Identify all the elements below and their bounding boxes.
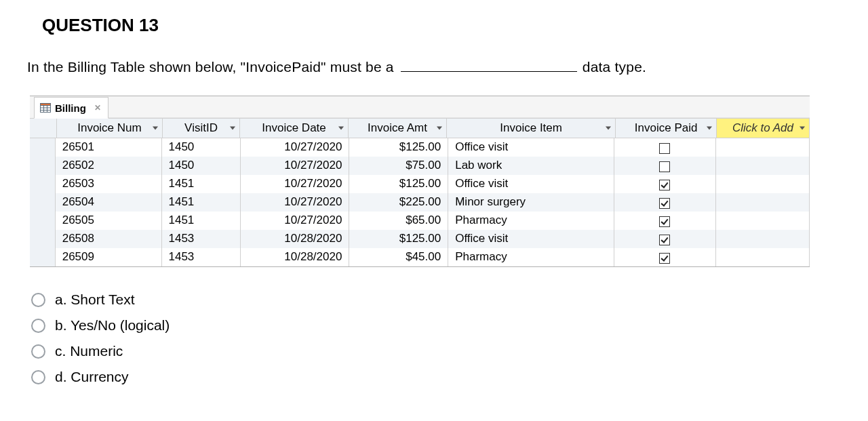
checkbox-icon[interactable]: [659, 180, 670, 191]
table-row[interactable]: 26503145110/27/2020$125.00Office visit: [30, 175, 810, 193]
col-header-invoice-paid[interactable]: Invoice Paid: [616, 119, 717, 138]
col-header-invoice-amt[interactable]: Invoice Amt: [349, 119, 447, 138]
cell-visit-id[interactable]: 1451: [162, 175, 241, 193]
table-row[interactable]: 26505145110/27/2020$65.00Pharmacy: [30, 212, 810, 230]
option-a[interactable]: a. Short Text: [31, 292, 841, 308]
chevron-down-icon[interactable]: [707, 127, 712, 130]
cell-visit-id[interactable]: 1453: [162, 230, 241, 248]
cell-invoice-amt[interactable]: $125.00: [349, 230, 448, 248]
cell-invoice-item[interactable]: Minor surgery: [448, 193, 614, 212]
col-header-invoice-num[interactable]: Invoice Num: [57, 119, 163, 138]
radio-icon[interactable]: [31, 344, 45, 359]
chevron-down-icon[interactable]: [800, 127, 805, 130]
fill-in-blank: [401, 59, 577, 72]
checkbox-icon[interactable]: [659, 161, 670, 172]
radio-icon[interactable]: [31, 293, 45, 307]
chevron-down-icon[interactable]: [437, 127, 442, 130]
col-header-invoice-item[interactable]: Invoice Item: [447, 119, 616, 138]
cell-invoice-num[interactable]: 26502: [56, 157, 162, 175]
row-selector[interactable]: [30, 175, 56, 193]
cell-invoice-num[interactable]: 26505: [56, 212, 162, 230]
col-label: Invoice Num: [77, 121, 141, 135]
cell-invoice-item[interactable]: Pharmacy: [448, 212, 614, 230]
cell-invoice-item[interactable]: Office visit: [448, 175, 614, 193]
row-selector[interactable]: [30, 212, 56, 230]
checkbox-icon[interactable]: [659, 143, 670, 154]
row-selector[interactable]: [30, 138, 56, 157]
cell-invoice-num[interactable]: 26504: [56, 193, 162, 212]
cell-visit-id[interactable]: 1450: [162, 138, 241, 157]
cell-invoice-date[interactable]: 10/28/2020: [241, 230, 349, 248]
option-d[interactable]: d. Currency: [31, 369, 841, 385]
chevron-down-icon[interactable]: [230, 127, 235, 130]
cell-invoice-paid[interactable]: [614, 193, 715, 212]
option-b[interactable]: b. Yes/No (logical): [31, 317, 841, 334]
cell-invoice-amt[interactable]: $45.00: [349, 248, 448, 266]
cell-invoice-paid[interactable]: [614, 230, 715, 248]
close-icon[interactable]: ✕: [94, 103, 101, 113]
cell-invoice-date[interactable]: 10/27/2020: [241, 212, 349, 230]
cell-add-col[interactable]: [716, 248, 810, 266]
cell-invoice-date[interactable]: 10/28/2020: [241, 248, 349, 266]
cell-invoice-date[interactable]: 10/27/2020: [241, 175, 349, 193]
cell-invoice-num[interactable]: 26509: [56, 248, 162, 266]
cell-invoice-num[interactable]: 26503: [56, 175, 162, 193]
cell-visit-id[interactable]: 1451: [162, 193, 241, 212]
cell-invoice-item[interactable]: Office visit: [448, 138, 614, 157]
cell-add-col[interactable]: [716, 157, 810, 175]
cell-add-col[interactable]: [716, 138, 810, 157]
table-row[interactable]: 26502145010/27/2020$75.00Lab work: [30, 157, 810, 175]
checkbox-icon[interactable]: [659, 216, 670, 227]
option-c[interactable]: c. Numeric: [31, 343, 841, 359]
cell-add-col[interactable]: [716, 212, 810, 230]
cell-invoice-amt[interactable]: $125.00: [349, 175, 448, 193]
col-header-invoice-date[interactable]: Invoice Date: [240, 119, 349, 138]
cell-visit-id[interactable]: 1450: [162, 157, 241, 175]
checkbox-icon[interactable]: [659, 235, 670, 245]
row-selector[interactable]: [30, 193, 56, 212]
table-row[interactable]: 26508145310/28/2020$125.00Office visit: [30, 230, 810, 248]
cell-invoice-date[interactable]: 10/27/2020: [241, 157, 349, 175]
cell-add-col[interactable]: [716, 193, 810, 212]
col-label: VisitID: [184, 121, 218, 135]
cell-invoice-item[interactable]: Office visit: [448, 230, 614, 248]
chevron-down-icon[interactable]: [606, 127, 611, 130]
cell-invoice-amt[interactable]: $65.00: [349, 212, 448, 230]
cell-add-col[interactable]: [716, 230, 810, 248]
cell-invoice-num[interactable]: 26501: [56, 138, 162, 157]
row-selector[interactable]: [30, 248, 56, 266]
cell-invoice-paid[interactable]: [614, 157, 715, 175]
row-selector[interactable]: [30, 230, 56, 248]
cell-invoice-date[interactable]: 10/27/2020: [241, 193, 349, 212]
radio-icon[interactable]: [31, 319, 45, 333]
cell-invoice-paid[interactable]: [614, 248, 715, 266]
tabstrip-filler: [108, 117, 810, 118]
cell-invoice-paid[interactable]: [614, 175, 715, 193]
cell-invoice-item[interactable]: Lab work: [448, 157, 614, 175]
radio-icon[interactable]: [31, 370, 45, 384]
tab-billing[interactable]: Billing ✕: [34, 97, 108, 119]
checkbox-icon[interactable]: [659, 253, 670, 264]
col-label: Invoice Item: [500, 121, 562, 135]
cell-invoice-paid[interactable]: [614, 138, 715, 157]
cell-invoice-num[interactable]: 26508: [56, 230, 162, 248]
cell-visit-id[interactable]: 1451: [162, 212, 241, 230]
table-row[interactable]: 26509145310/28/2020$45.00Pharmacy: [30, 248, 810, 266]
cell-invoice-amt[interactable]: $75.00: [349, 157, 448, 175]
checkbox-icon[interactable]: [659, 198, 670, 209]
row-selector[interactable]: [30, 157, 56, 175]
cell-invoice-amt[interactable]: $125.00: [349, 138, 448, 157]
chevron-down-icon[interactable]: [338, 127, 344, 130]
cell-invoice-paid[interactable]: [614, 212, 715, 230]
cell-invoice-item[interactable]: Pharmacy: [448, 248, 614, 266]
cell-invoice-amt[interactable]: $225.00: [349, 193, 448, 212]
cell-invoice-date[interactable]: 10/27/2020: [241, 138, 349, 157]
table-row[interactable]: 26504145110/27/2020$225.00Minor surgery: [30, 193, 810, 212]
cell-visit-id[interactable]: 1453: [162, 248, 241, 266]
question-prompt: In the Billing Table shown below, "Invoi…: [27, 59, 841, 75]
cell-add-col[interactable]: [716, 175, 810, 193]
chevron-down-icon[interactable]: [153, 127, 158, 130]
table-row[interactable]: 26501145010/27/2020$125.00Office visit: [30, 138, 810, 157]
col-header-visit-id[interactable]: VisitID: [163, 119, 240, 138]
col-header-click-to-add[interactable]: Click to Add: [717, 119, 810, 138]
